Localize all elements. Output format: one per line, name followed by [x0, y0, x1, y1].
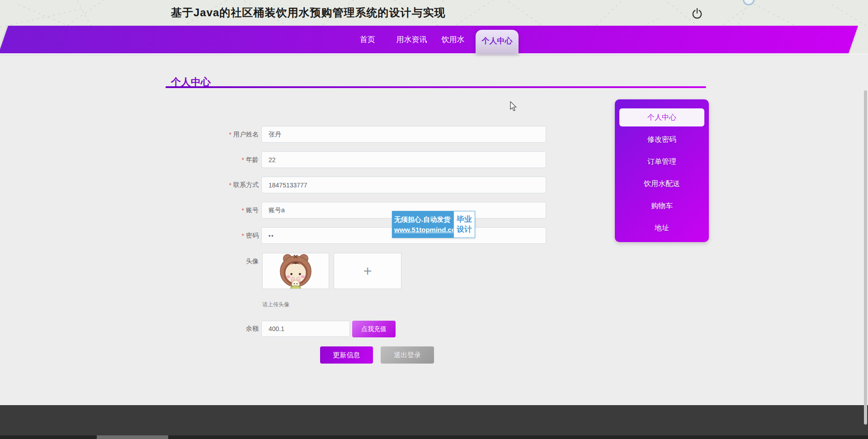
age-input[interactable] [261, 151, 546, 168]
sidebar-item-water-delivery[interactable]: 饮用水配送 [615, 173, 709, 195]
sidebar-item-change-password[interactable]: 修改密码 [615, 128, 709, 150]
horizontal-scrollbar-thumb[interactable] [97, 435, 168, 439]
footer [0, 405, 868, 435]
mouse-cursor [510, 101, 519, 112]
nav-item-home[interactable]: 首页 [357, 26, 378, 53]
watermark-slogan: 无须担心.自动发货 [394, 215, 451, 224]
nav-item-personal-center-active[interactable]: 个人中心 [476, 30, 519, 53]
heading-divider [165, 86, 706, 88]
sidebar-item-order-management[interactable]: 订单管理 [615, 150, 709, 173]
username-input[interactable] [261, 126, 546, 143]
password-label: * 密码 [177, 227, 259, 244]
update-info-button[interactable]: 更新信息 [320, 346, 373, 364]
balance-input[interactable] [261, 321, 350, 337]
required-mark: * [242, 232, 244, 239]
contact-input[interactable] [261, 177, 546, 193]
screen: 基于Java的社区桶装饮用水预购管理系统的设计与实现 首页 用水资讯 饮用水 个… [0, 0, 868, 439]
watermark-overlay: 无须担心.自动发货 www.51topmind.com 毕业 设计 [392, 211, 475, 238]
sidebar-menu: 个人中心 修改密码 订单管理 饮用水配送 购物车 地址 [615, 99, 709, 242]
avatar-label: 头像 [177, 253, 259, 270]
contact-label: * 联系方式 [177, 177, 259, 193]
required-mark: * [229, 131, 231, 138]
required-mark: * [229, 182, 231, 189]
nav-item-drinking-water[interactable]: 饮用水 [438, 26, 468, 53]
vertical-scrollbar-thumb[interactable] [864, 90, 867, 425]
recharge-button[interactable]: 点我充值 [352, 321, 396, 337]
power-icon[interactable] [691, 7, 703, 20]
required-mark: * [242, 156, 244, 163]
logout-button[interactable]: 退出登录 [381, 346, 434, 364]
nav-bottom-strip [0, 53, 868, 55]
sidebar-item-address[interactable]: 地址 [615, 217, 709, 239]
balance-label: 余额 [177, 321, 259, 337]
watermark-badge: 毕业 设计 [453, 211, 475, 238]
required-mark: * [242, 207, 244, 214]
account-label: * 账号 [177, 202, 259, 219]
watermark-text-block: 无须担心.自动发货 www.51topmind.com [392, 211, 453, 238]
plus-icon: + [363, 264, 372, 278]
age-label: * 年龄 [177, 151, 259, 168]
sidebar-list: 修改密码 订单管理 饮用水配送 购物车 地址 [615, 128, 709, 239]
nav-item-water-news[interactable]: 用水资讯 [392, 26, 431, 53]
site-title: 基于Java的社区桶装饮用水预购管理系统的设计与实现 [171, 5, 445, 20]
avatar-preview-box[interactable] [262, 253, 329, 289]
avatar-hint: 请上传头像 [262, 301, 289, 308]
horizontal-scrollbar-track[interactable] [0, 435, 868, 439]
sidebar-item-shopping-cart[interactable]: 购物车 [615, 195, 709, 217]
username-label: * 用户姓名 [177, 126, 259, 143]
avatar-upload-box[interactable]: + [334, 253, 401, 289]
watermark-url-link[interactable]: www.51topmind.com [394, 226, 451, 234]
avatar-image [272, 253, 319, 289]
sidebar-item-personal-center-active[interactable]: 个人中心 [619, 108, 704, 126]
